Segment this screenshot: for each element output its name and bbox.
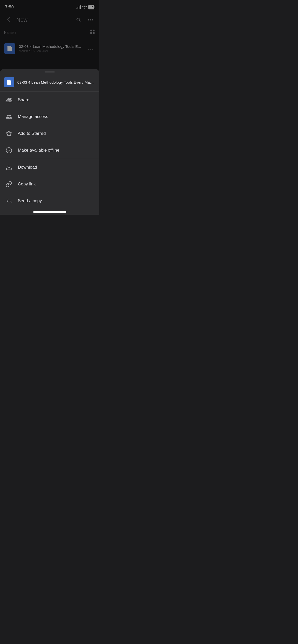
sheet-file-name: 02-03 4 Lean Methodology Tools Every Man… xyxy=(17,80,95,84)
menu-item-download[interactable]: Download xyxy=(0,159,99,176)
menu-item-manage-access[interactable]: Manage access xyxy=(0,108,99,125)
sheet-header: 02-03 4 Lean Methodology Tools Every Man… xyxy=(0,75,99,92)
send-copy-icon xyxy=(5,197,13,205)
download-icon xyxy=(5,164,13,171)
offline-label: Make available offline xyxy=(18,148,59,153)
copy-link-label: Copy link xyxy=(18,182,36,187)
offline-icon xyxy=(5,147,13,154)
menu-item-offline[interactable]: Make available offline xyxy=(0,142,99,159)
share-label: Share xyxy=(18,97,29,103)
handle-bar xyxy=(45,71,55,72)
svg-line-17 xyxy=(10,99,10,99)
add-starred-label: Add to Starred xyxy=(18,131,46,136)
manage-access-icon xyxy=(5,113,13,121)
home-indicator xyxy=(0,209,99,215)
bottom-sheet: 02-03 4 Lean Methodology Tools Every Man… xyxy=(0,69,99,215)
svg-marker-18 xyxy=(6,131,12,136)
home-bar xyxy=(33,211,66,213)
svg-point-16 xyxy=(10,98,11,99)
copy-link-icon xyxy=(5,180,13,188)
sheet-file-icon xyxy=(4,77,14,87)
menu-item-add-starred[interactable]: Add to Starred xyxy=(0,125,99,142)
sheet-handle xyxy=(0,69,99,75)
download-label: Download xyxy=(18,165,37,170)
manage-access-label: Manage access xyxy=(18,114,48,119)
star-icon xyxy=(5,130,13,137)
share-icon xyxy=(5,96,13,104)
menu-item-share[interactable]: Share xyxy=(0,92,99,108)
menu-item-send-copy[interactable]: Send a copy xyxy=(0,193,99,209)
send-copy-label: Send a copy xyxy=(18,198,42,203)
menu-item-copy-link[interactable]: Copy link xyxy=(0,176,99,193)
